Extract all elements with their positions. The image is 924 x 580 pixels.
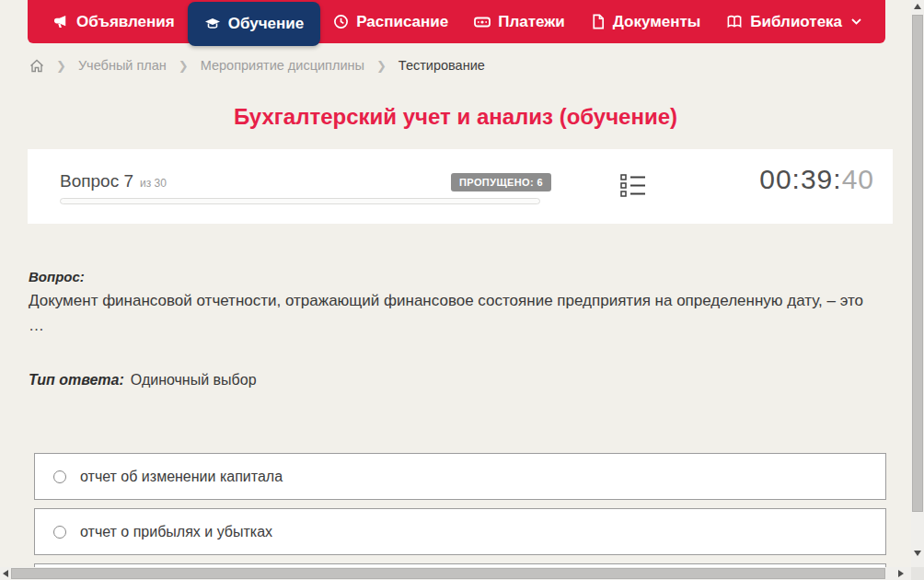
clock-icon bbox=[333, 14, 349, 29]
megaphone-icon bbox=[53, 14, 69, 29]
skipped-badge: ПРОПУЩЕНО: 6 bbox=[451, 173, 551, 191]
question-text-ellipsis: … bbox=[29, 317, 44, 335]
scroll-left-button[interactable] bbox=[0, 567, 11, 580]
nav-item-documents[interactable]: Документы bbox=[578, 0, 714, 43]
radio-button[interactable] bbox=[53, 526, 66, 539]
answer-type-label: Тип ответа: bbox=[29, 372, 124, 388]
answer-option-label: отчет о прибылях и убытках bbox=[80, 524, 272, 540]
answer-option-1[interactable]: отчет об изменении капитала bbox=[34, 453, 886, 500]
nav-item-label: Документы bbox=[613, 13, 701, 31]
scroll-down-button[interactable] bbox=[911, 547, 924, 560]
payments-icon bbox=[474, 14, 491, 30]
timer-main: 00:39: bbox=[759, 164, 841, 194]
question-number-label: Вопрос 7 bbox=[60, 171, 133, 191]
nav-item-label: Платежи bbox=[498, 13, 565, 31]
nav-item-announcements[interactable]: Объявления bbox=[40, 0, 188, 43]
question-progress-bar bbox=[60, 198, 540, 204]
arrow-right-icon bbox=[898, 570, 904, 577]
top-navbar: Объявления Обучение Расписание Платежи Д… bbox=[28, 0, 885, 43]
chevron-down-icon bbox=[851, 18, 861, 25]
arrow-down-icon bbox=[914, 551, 921, 556]
horizontal-scrollbar-thumb[interactable] bbox=[11, 568, 885, 579]
breadcrumb-testing: Тестирование bbox=[398, 58, 485, 73]
nav-item-schedule[interactable]: Расписание bbox=[320, 0, 461, 43]
scroll-right-button[interactable] bbox=[895, 567, 907, 580]
breadcrumb-separator: ❯ bbox=[376, 59, 387, 73]
answer-option-2[interactable]: отчет о прибылях и убытках bbox=[34, 508, 886, 555]
nav-item-label: Объявления bbox=[76, 13, 175, 31]
timer-seconds: 40 bbox=[842, 164, 874, 194]
horizontal-scrollbar[interactable] bbox=[0, 567, 911, 580]
breadcrumb-separator: ❯ bbox=[56, 59, 66, 73]
answer-type-row: Тип ответа:Одиночный выбор bbox=[29, 372, 257, 389]
nav-item-learning[interactable]: Обучение bbox=[188, 2, 320, 46]
question-list-button[interactable] bbox=[620, 173, 646, 199]
timer: 00:39:40 bbox=[759, 164, 874, 195]
radio-button[interactable] bbox=[53, 470, 66, 483]
vertical-scrollbar-thumb[interactable] bbox=[912, 15, 923, 512]
page-title: Бухгалтерский учет и анализ (обучение) bbox=[0, 104, 911, 130]
scroll-up-button[interactable] bbox=[911, 0, 924, 13]
breadcrumb-study-plan[interactable]: Учебный план bbox=[78, 58, 167, 73]
question-number: Вопрос 7 из 30 bbox=[60, 171, 167, 191]
arrow-up-icon bbox=[914, 4, 921, 9]
checklist-icon bbox=[620, 173, 646, 199]
question-text: Документ финансовой отчетности, отражающ… bbox=[29, 292, 894, 310]
arrow-left-icon bbox=[3, 570, 8, 577]
breadcrumb-discipline-event[interactable]: Мероприятие дисциплины bbox=[201, 58, 364, 73]
question-total-label: из 30 bbox=[140, 177, 167, 190]
question-header-panel: Вопрос 7 из 30 ПРОПУЩЕНО: 6 00:39:40 bbox=[28, 149, 893, 224]
vertical-scrollbar[interactable] bbox=[911, 0, 924, 567]
document-icon bbox=[591, 14, 606, 29]
answer-type-value: Одиночный выбор bbox=[131, 372, 257, 388]
nav-item-payments[interactable]: Платежи bbox=[461, 0, 578, 43]
breadcrumb-separator: ❯ bbox=[179, 59, 189, 73]
nav-item-library[interactable]: Библиотека bbox=[713, 0, 874, 43]
breadcrumb: ❯ Учебный план ❯ Мероприятие дисциплины … bbox=[29, 58, 485, 73]
nav-item-label: Обучение bbox=[228, 15, 304, 33]
question-heading: Вопрос: bbox=[29, 269, 85, 284]
answer-option-label: отчет об изменении капитала bbox=[80, 469, 283, 485]
home-icon[interactable] bbox=[29, 59, 44, 73]
nav-item-label: Библиотека bbox=[750, 13, 842, 31]
nav-item-label: Расписание bbox=[356, 13, 448, 31]
graduation-cap-icon bbox=[204, 16, 221, 32]
scrollbar-corner bbox=[911, 567, 924, 580]
library-icon bbox=[726, 14, 743, 29]
